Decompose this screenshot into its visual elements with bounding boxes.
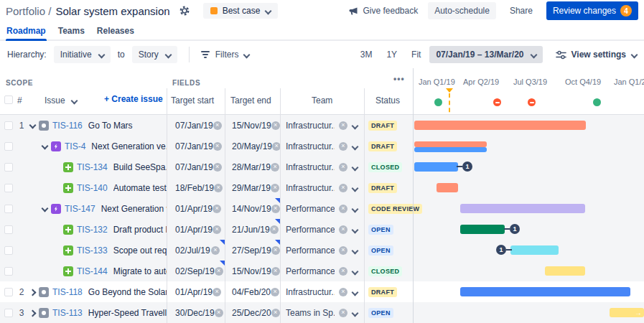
clear-icon[interactable] [215, 309, 223, 317]
expander-icon[interactable] [27, 120, 39, 131]
target-start-cell[interactable]: 07/Jan/19 [167, 115, 225, 136]
target-end-cell[interactable]: 15/Nov/19 [225, 261, 280, 281]
table-row[interactable]: 3TIS-113Hyper-Speed Travelling 30/Dec/19… [0, 302, 644, 323]
target-end-cell[interactable]: 21/Jun/19 [225, 219, 280, 240]
clear-icon[interactable] [271, 246, 280, 255]
target-start-cell[interactable]: 01/Apr/19 [167, 281, 225, 302]
clear-icon[interactable] [213, 121, 222, 130]
filters-dropdown[interactable]: Filters [201, 50, 250, 60]
status-cell[interactable]: DRAFT [364, 136, 413, 156]
give-feedback-button[interactable]: Give feedback [349, 6, 418, 16]
hierarchy-to-dropdown[interactable]: Story [132, 46, 177, 63]
gantt-bar[interactable] [510, 245, 559, 255]
team-column-header[interactable]: Team [312, 95, 332, 106]
gantt-bar[interactable] [414, 147, 487, 152]
status-cell[interactable]: CLOSED [364, 261, 413, 281]
row-checkbox[interactable] [4, 309, 13, 317]
issue-key-link[interactable]: TIS-132 [77, 225, 108, 235]
clear-icon[interactable] [339, 246, 347, 255]
review-changes-button[interactable]: Review changes 4 [546, 1, 638, 20]
auto-schedule-button[interactable]: Auto-schedule [428, 2, 496, 19]
team-cell[interactable]: Infrastructur... [280, 115, 364, 136]
create-issue-button[interactable]: + Create issue [104, 94, 163, 104]
share-button[interactable]: Share [503, 2, 539, 19]
gantt-bar[interactable] [414, 141, 487, 147]
timeline-cell[interactable]: → [413, 302, 644, 323]
expander-icon[interactable] [27, 286, 39, 298]
target-end-cell[interactable]: 25/Dec/20 [225, 302, 280, 323]
rollup-count-badge[interactable]: 1 [510, 224, 520, 234]
issue-summary[interactable]: Draft product laur [113, 225, 167, 235]
target-end-cell[interactable]: 04/Feb/20 [225, 281, 280, 302]
hierarchy-from-dropdown[interactable]: Initiative [54, 46, 111, 63]
release-blocked-icon[interactable] [493, 98, 501, 106]
issue-key-link[interactable]: TIS-144 [77, 266, 108, 276]
target-end-cell[interactable]: 29/Mar/19 [225, 177, 280, 198]
issue-key-link[interactable]: TIS-134 [77, 162, 108, 172]
scenario-selector[interactable]: Best case [203, 3, 279, 19]
tab-teams[interactable]: Teams [57, 23, 85, 39]
issue-summary[interactable]: Automate tests fo [113, 183, 167, 193]
expander-icon[interactable] [39, 203, 51, 215]
release-on-track-icon[interactable] [434, 98, 442, 106]
target-end-cell[interactable]: 28/Mar/19 [225, 156, 280, 177]
gantt-bar[interactable]: → [610, 308, 644, 317]
status-cell[interactable]: DRAFT [364, 115, 413, 136]
issue-summary[interactable]: Scope out require [113, 245, 167, 256]
fields-more-button[interactable]: ••• [393, 74, 405, 84]
issue-key-link[interactable]: TIS-113 [52, 308, 83, 318]
clear-icon[interactable] [339, 163, 347, 172]
breadcrumb[interactable]: Portfolio / [6, 5, 51, 17]
status-cell[interactable]: CODE REVIEW [364, 198, 413, 219]
issue-summary[interactable]: Next Generation ve... [91, 141, 167, 151]
clear-icon[interactable] [211, 246, 220, 255]
issue-key-link[interactable]: TIS-133 [77, 245, 108, 256]
gantt-bar[interactable] [545, 266, 585, 276]
timeline-cell[interactable]: 1 [413, 240, 644, 261]
tab-releases[interactable]: Releases [96, 23, 135, 39]
target-start-cell[interactable]: 02/Jul/19 [167, 240, 225, 261]
team-cell[interactable]: Performance... [280, 219, 364, 240]
status-column-header[interactable]: Status [375, 95, 400, 106]
table-row[interactable]: TIS-147Next Generation versi 01/Apr/19 1… [0, 198, 644, 219]
team-cell[interactable]: Infrastructur... [280, 136, 364, 156]
tab-roadmap[interactable]: Roadmap [6, 23, 47, 39]
clear-icon[interactable] [271, 163, 279, 172]
clear-icon[interactable] [213, 163, 222, 172]
timeline-cell[interactable] [413, 115, 644, 136]
clear-icon[interactable] [215, 267, 223, 276]
target-start-cell[interactable]: 07/Jan/19 [167, 156, 225, 177]
clear-icon[interactable] [213, 142, 222, 151]
status-cell[interactable]: CLOSED [364, 156, 413, 177]
table-row[interactable]: TIS-140Automate tests fo 18/Feb/19 29/Ma… [0, 177, 644, 198]
target-end-cell[interactable]: 27/Sep/19 [225, 240, 280, 261]
issue-key-link[interactable]: TIS-116 [52, 121, 83, 131]
clear-icon[interactable] [271, 267, 280, 276]
zoom-3m-button[interactable]: 3M [355, 47, 378, 62]
target-start-cell[interactable]: 30/Dec/19 [167, 302, 225, 323]
clear-icon[interactable] [271, 184, 279, 192]
rollup-count-badge[interactable]: 1 [462, 162, 472, 172]
row-checkbox[interactable] [4, 205, 13, 213]
clear-icon[interactable] [339, 225, 347, 234]
target-start-column-header[interactable]: Target start [171, 95, 214, 106]
target-start-cell[interactable]: 18/Feb/19 [167, 177, 225, 198]
issue-key-link[interactable]: TIS-4 [65, 141, 85, 151]
expander-icon[interactable] [27, 307, 39, 319]
zoom-fit-button[interactable]: Fit [406, 47, 426, 62]
select-all-checkbox[interactable] [4, 95, 13, 104]
issue-summary[interactable]: Migrate to automa [113, 266, 167, 276]
row-checkbox[interactable] [4, 142, 13, 151]
timeline-cell[interactable] [413, 177, 644, 198]
table-row[interactable]: 2TIS-118Go Beyond the Solar Syst 01/Apr/… [0, 281, 644, 302]
status-cell[interactable]: DRAFT [364, 177, 413, 198]
row-checkbox[interactable] [4, 184, 13, 192]
clear-icon[interactable] [339, 205, 347, 213]
issue-summary[interactable]: Next Generation versi [101, 204, 167, 214]
row-checkbox[interactable] [4, 121, 13, 130]
timeline-cell[interactable] [413, 136, 644, 156]
clear-icon[interactable] [213, 288, 221, 296]
gantt-bar[interactable] [460, 287, 630, 296]
table-row[interactable]: TIS-144Migrate to automa 02/Sep/19 15/No… [0, 261, 644, 281]
clear-icon[interactable] [213, 225, 221, 234]
